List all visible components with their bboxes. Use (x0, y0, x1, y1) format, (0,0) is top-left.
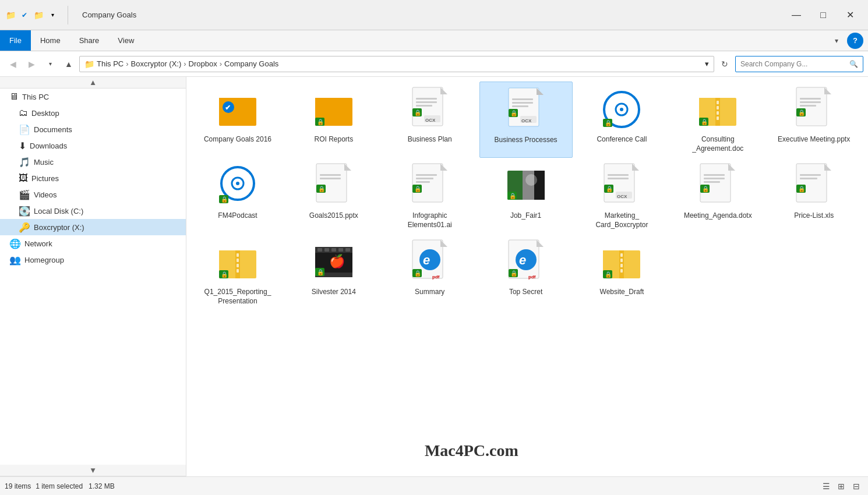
svg-text:OCX: OCX (617, 194, 627, 199)
svg-rect-63 (416, 178, 433, 179)
back-button[interactable]: ◀ (5, 56, 21, 72)
file-item-fm4podcast[interactable]: 🔒 FM4Podcast (191, 158, 284, 234)
file-item-silvester-2014[interactable]: 🍎 🔒 Silvester 2014 (287, 234, 380, 310)
svg-rect-86 (796, 164, 827, 202)
sidebar-scroll-down[interactable]: ▼ (0, 465, 186, 476)
svg-text:OCX: OCX (521, 118, 532, 123)
sidebar-item-documents[interactable]: 📄 Documents (0, 121, 186, 137)
svg-text:🔒: 🔒 (798, 109, 806, 116)
tab-file[interactable]: File (0, 30, 31, 51)
address-path[interactable]: 📁 This PC › Boxcryptor (X:) › Dropbox › … (79, 56, 714, 72)
svg-text:🔒: 🔒 (221, 196, 228, 203)
svg-rect-56 (320, 174, 341, 176)
file-name-fm4podcast: FM4Podcast (218, 211, 257, 221)
file-name-summary: Summary (415, 288, 444, 297)
file-item-q1-2015[interactable]: 🔒 Q1_2015_Reporting_ Presentation (191, 234, 284, 310)
fm4podcast-icon: 🔒 (214, 162, 261, 209)
sidebar-item-videos[interactable]: 🎬 Videos (0, 186, 186, 203)
maximize-button[interactable]: □ (810, 6, 837, 24)
large-icon-view-button[interactable]: ⊟ (849, 479, 863, 493)
svg-text:🔒: 🔒 (702, 185, 710, 193)
svg-rect-64 (416, 181, 430, 183)
file-item-company-goals-2016[interactable]: ✔ Company Goals 2016 (191, 82, 284, 158)
ribbon-collapse-button[interactable]: ▾ (828, 33, 845, 49)
music-icon: 🎵 (19, 157, 30, 168)
sidebar-item-pictures[interactable]: 🖼 Pictures (0, 170, 186, 186)
file-name-conference-call: Conference Call (597, 135, 647, 144)
sidebar-item-this-pc[interactable]: 🖥 This PC (0, 89, 186, 105)
sidebar-item-music[interactable]: 🎵 Music (0, 154, 186, 170)
file-name-marketing-card: Marketing_ Card_Boxcryptor (584, 211, 659, 229)
goals2015-icon: 🔒 (310, 162, 357, 209)
summary-icon: e 🔒 pdf (407, 239, 453, 285)
tab-home[interactable]: Home (31, 30, 70, 51)
tab-share[interactable]: Share (70, 30, 109, 51)
sidebar-label-music: Music (34, 158, 54, 167)
file-item-business-processes[interactable]: 🔒 OCX Business Processes (479, 82, 573, 158)
file-item-job-fair1[interactable]: 🔒 Job_Fair1 (479, 158, 573, 234)
file-item-goals2015[interactable]: 🔒 Goals2015.pptx (287, 158, 380, 234)
svg-marker-9 (440, 87, 447, 94)
svg-rect-12 (416, 98, 437, 100)
search-input[interactable] (740, 60, 847, 68)
recent-locations-button[interactable]: ▾ (42, 56, 58, 72)
svg-rect-91 (800, 178, 817, 179)
file-item-infographic-elements[interactable]: 🔒 Infographic Elements01.ai (383, 158, 477, 234)
svg-rect-127 (603, 250, 617, 255)
sidebar-item-local-disk[interactable]: 💽 Local Disk (C:) (0, 203, 186, 219)
svg-text:🔒: 🔒 (605, 119, 612, 127)
infographic-elements-icon: 🔒 (407, 162, 453, 209)
file-item-marketing-card[interactable]: 🔒 OCX Marketing_ Card_Boxcryptor (575, 158, 668, 234)
sidebar-item-downloads[interactable]: ⬇ Downloads (0, 137, 186, 154)
svg-rect-34 (717, 101, 719, 104)
svg-rect-35 (717, 106, 719, 109)
list-view-button[interactable]: ☰ (819, 479, 833, 493)
refresh-button[interactable]: ↻ (717, 56, 733, 72)
file-item-executive-meeting[interactable]: 🔒 Executive Meeting.pptx (767, 82, 860, 158)
svg-text:🍎: 🍎 (329, 253, 345, 269)
svg-rect-132 (620, 269, 623, 273)
forward-button[interactable]: ▶ (23, 56, 40, 72)
file-name-job-fair1: Job_Fair1 (510, 211, 541, 221)
sidebar-item-desktop[interactable]: 🗂 Desktop (0, 105, 186, 121)
file-item-business-plan[interactable]: 🔒 OCX Business Plan (383, 82, 477, 158)
file-item-conference-call[interactable]: 🔒 Conference Call (575, 82, 668, 158)
this-pc-icon: 🖥 (9, 91, 19, 102)
sidebar-item-homegroup[interactable]: 👥 Homegroup (0, 252, 186, 268)
close-button[interactable]: ✕ (837, 6, 863, 24)
svg-text:🔒: 🔒 (510, 109, 518, 117)
svg-rect-104 (324, 248, 329, 252)
file-item-price-list[interactable]: 🔒 Price-List.xls (767, 158, 860, 234)
company-goals-icon: ✔ (214, 86, 261, 133)
svg-rect-13 (416, 101, 437, 103)
svg-text:🔒: 🔒 (701, 118, 708, 126)
local-disk-icon: 💽 (19, 206, 30, 217)
svg-text:🔒: 🔒 (221, 271, 228, 278)
minimize-button[interactable]: — (783, 6, 810, 24)
file-name-top-secret: Top Secret (509, 288, 542, 297)
svg-rect-62 (416, 174, 437, 176)
sidebar-item-boxcryptor[interactable]: 🔑 Boxcryptor (X:) (0, 219, 186, 235)
svg-text:🔒: 🔒 (798, 185, 806, 193)
downloads-icon: ⬇ (19, 140, 26, 151)
file-item-website-draft[interactable]: 🔒 Website_Draft (575, 234, 668, 310)
tab-view[interactable]: View (108, 30, 143, 51)
dropdown-icon-title[interactable]: ▾ (47, 9, 58, 21)
path-company-goals: Company Goals (224, 59, 278, 68)
file-item-meeting-agenda[interactable]: 🔒 Meeting_Agenda.dotx (671, 158, 764, 234)
search-box[interactable]: 🔍 (735, 56, 863, 72)
title-bar: 📁 ✔ 📁 ▾ Company Goals — □ ✕ (0, 0, 868, 30)
sidebar-item-network[interactable]: 🌐 Network (0, 235, 186, 252)
up-button[interactable]: ▲ (61, 56, 77, 72)
file-item-summary[interactable]: e 🔒 pdf Summary (383, 234, 477, 310)
desktop-icon: 🗂 (19, 108, 28, 118)
file-item-roi-reports[interactable]: 🔒 ROI Reports (287, 82, 380, 158)
file-item-consulting-agreement[interactable]: 🔒 Consulting _Agreement.doc (671, 82, 764, 158)
status-bar: 19 items 1 item selected 1.32 MB ☰ ⊞ ⊟ (0, 476, 868, 495)
svg-rect-93 (219, 250, 233, 255)
details-view-button[interactable]: ⊞ (834, 479, 848, 493)
file-name-goals2015: Goals2015.pptx (309, 211, 358, 221)
file-item-top-secret[interactable]: e 🔒 pdf Top Secret (479, 234, 573, 310)
sidebar-scroll-up[interactable]: ▲ (0, 77, 186, 89)
help-button[interactable]: ? (847, 33, 863, 49)
